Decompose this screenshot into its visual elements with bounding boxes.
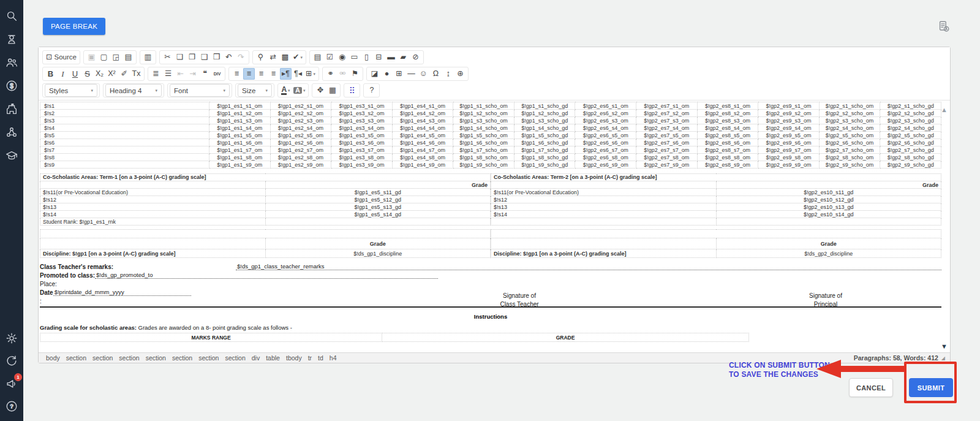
path-element[interactable]: section	[146, 354, 166, 362]
table-button[interactable]: ⊞	[393, 68, 405, 80]
people-icon[interactable]	[4, 55, 19, 70]
announcements-megaphone-icon[interactable]: 1	[4, 376, 19, 391]
special-char-button[interactable]: Ω	[430, 68, 442, 80]
undo-button[interactable]: ↶	[223, 51, 235, 63]
academics-cap-icon[interactable]	[4, 148, 19, 163]
print-button[interactable]: ▤	[123, 51, 134, 63]
scroll-up-icon[interactable]: ▲	[941, 107, 948, 113]
bulleted-list-button[interactable]: ☰	[162, 68, 174, 80]
path-element[interactable]: section	[225, 354, 245, 362]
copy-formatting-button[interactable]: ✐	[118, 68, 130, 80]
paste-button[interactable]: ❐	[186, 51, 198, 63]
document-history-icon[interactable]	[937, 20, 954, 37]
copy-button[interactable]: ❏	[174, 51, 186, 63]
textarea-button[interactable]: ▯	[361, 51, 372, 63]
text-color-button[interactable]: A▾	[280, 85, 292, 96]
form-button[interactable]: ▤	[312, 51, 323, 63]
path-element[interactable]: table	[266, 354, 280, 362]
remove-format-button[interactable]: Tx	[130, 68, 142, 80]
path-element[interactable]: section	[172, 354, 192, 362]
submit-button[interactable]: SUBMIT	[909, 378, 953, 397]
resize-grip-icon[interactable]: ◢	[941, 355, 945, 361]
show-blocks-button[interactable]: ▦	[326, 85, 338, 96]
path-element[interactable]: tbody	[286, 354, 302, 362]
checkbox-button[interactable]: ☑	[324, 51, 336, 63]
align-left-button[interactable]: ≡	[231, 68, 243, 80]
align-right-button[interactable]: ≡	[255, 68, 267, 80]
network-groups-icon[interactable]	[4, 125, 19, 140]
size-dropdown[interactable]: Size▾	[238, 84, 272, 97]
search-icon[interactable]	[4, 9, 19, 23]
source-button[interactable]: ⊡Source	[45, 51, 78, 63]
radio-button[interactable]: ◉	[336, 51, 348, 63]
outdent-button[interactable]: ⇤	[175, 68, 186, 80]
path-element[interactable]: section	[119, 354, 139, 362]
new-page-button[interactable]: ▢	[98, 51, 110, 63]
path-element[interactable]: div	[252, 354, 260, 362]
cancel-button[interactable]: CANCEL	[849, 378, 893, 397]
styles-dropdown[interactable]: Styles▾	[45, 84, 97, 97]
spell-check-button[interactable]: ✔▾	[292, 51, 304, 63]
path-element[interactable]: tr	[308, 354, 312, 362]
settings-gear-icon[interactable]	[4, 331, 19, 346]
editor-content-area[interactable]: $!s1$!gp1_es1_s1_om$!gp1_es2_s1_om$!gp1_…	[39, 101, 950, 352]
justify-button[interactable]: ≡	[268, 68, 279, 80]
superscript-button[interactable]: X²	[106, 68, 118, 80]
path-element[interactable]: section	[92, 354, 113, 362]
iframe-button[interactable]: ⊕	[454, 68, 466, 80]
subscript-button[interactable]: X₂	[94, 68, 105, 80]
path-element[interactable]: h4	[330, 354, 337, 362]
redo-button[interactable]: ↷	[235, 51, 247, 63]
strike-button[interactable]: S	[81, 68, 93, 80]
path-element[interactable]: td	[318, 354, 323, 362]
page-break-button[interactable]: PAGE BREAK	[43, 18, 105, 35]
italic-button[interactable]: I	[57, 68, 69, 80]
help-icon[interactable]	[4, 399, 19, 414]
paste-word-button[interactable]: ❒	[211, 51, 222, 63]
about-button[interactable]: ?	[366, 85, 377, 96]
image-button[interactable]: ◪	[369, 68, 380, 80]
unlink-button[interactable]: ⚮	[337, 68, 349, 80]
text-field-button[interactable]: ▭	[349, 51, 360, 63]
cut-button[interactable]: ✂	[162, 51, 173, 63]
div-container-button[interactable]: DIV	[211, 68, 223, 80]
image-button-button[interactable]: ▰	[398, 51, 409, 63]
indent-button[interactable]: ⇥	[187, 68, 198, 80]
path-element[interactable]: body	[46, 354, 60, 362]
paste-text-button[interactable]: ❑	[198, 51, 210, 63]
save-button[interactable]: ▣	[86, 51, 97, 63]
bidi-rtl-button[interactable]: ¶◂	[292, 68, 304, 80]
font-dropdown[interactable]: Font▾	[170, 84, 230, 97]
align-center-button[interactable]: ≡	[243, 68, 255, 80]
replace-button[interactable]: ⇄	[267, 51, 279, 63]
smiley-button[interactable]: ☺	[418, 68, 429, 80]
maximize-button[interactable]: ✥	[314, 85, 326, 96]
select-all-button[interactable]: ▩	[279, 51, 291, 63]
sync-refresh-icon[interactable]	[4, 354, 19, 368]
blockquote-button[interactable]: ❝	[199, 68, 211, 80]
templates-button[interactable]: ▥	[142, 51, 154, 63]
hidden-field-button[interactable]: ⊘	[410, 51, 421, 63]
bidi-ltr-button[interactable]: ▸¶	[280, 68, 292, 80]
underline-button[interactable]: U	[69, 68, 81, 80]
background-color-button[interactable]: A▾	[292, 85, 306, 96]
horizontal-rule-button[interactable]: ―	[405, 68, 417, 80]
bold-button[interactable]: B	[45, 68, 56, 80]
flash-button[interactable]: ●	[381, 68, 393, 80]
student-icon[interactable]	[4, 32, 19, 47]
scroll-down-icon[interactable]: ▼	[941, 343, 948, 350]
link-button[interactable]: ⚭	[325, 68, 336, 80]
format-dropdown[interactable]: Heading 4▾	[105, 84, 162, 97]
select-field-button[interactable]: ⊟	[373, 51, 385, 63]
find-button[interactable]: ⚲	[255, 51, 266, 63]
anchor-button[interactable]: ⚑	[349, 68, 361, 80]
numbered-list-button[interactable]: ≣	[150, 68, 162, 80]
school-building-icon[interactable]	[4, 102, 19, 116]
grid-menu-button[interactable]: ⠿	[346, 85, 358, 96]
language-button[interactable]: ⊞▾	[304, 68, 317, 80]
path-element[interactable]: section	[198, 354, 219, 362]
insert-page-break-button[interactable]: ↨	[442, 68, 454, 80]
preview-button[interactable]: ◲	[110, 51, 122, 63]
push-button-button[interactable]: ▬	[385, 51, 397, 63]
fees-dollar-icon[interactable]	[4, 78, 19, 93]
